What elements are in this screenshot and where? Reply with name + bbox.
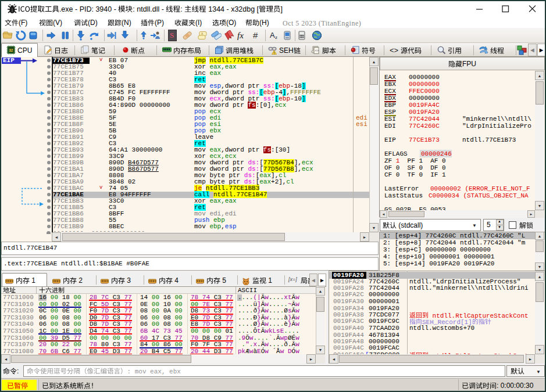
svg-text:#: # (253, 30, 258, 40)
svg-text:A: A (270, 31, 275, 39)
svg-text:<>: <> (390, 46, 398, 55)
svg-text:fx: fx (237, 31, 244, 40)
svg-text:z: z (275, 35, 277, 40)
svg-text:<>: <> (315, 49, 319, 52)
svg-text:32: 32 (9, 48, 13, 52)
svg-text:!: ! (274, 51, 275, 55)
